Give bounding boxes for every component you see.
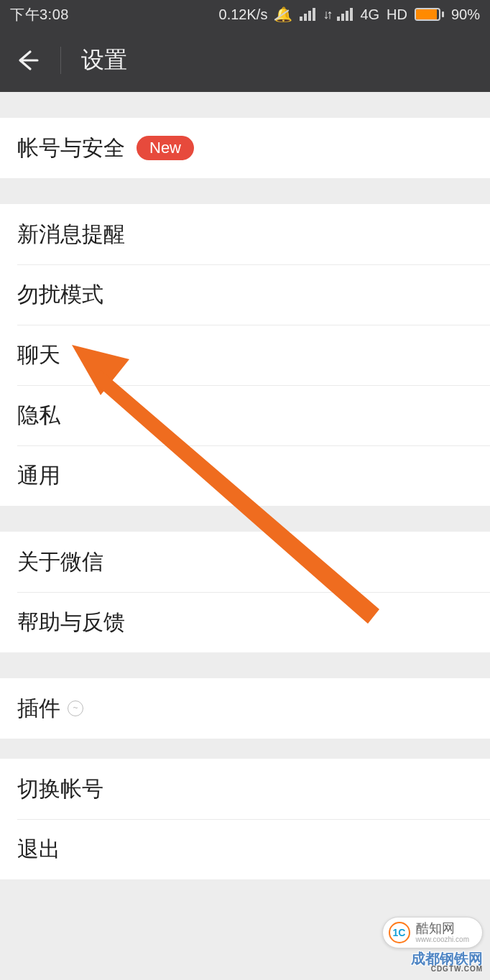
item-label: 聊天 xyxy=(17,341,60,370)
status-bar: 下午3:08 0.12K/s 🔔 ↓↑ 4G HD 90% xyxy=(0,0,490,29)
watermark-cn: 酷知网 xyxy=(416,922,469,935)
section-gap xyxy=(0,652,490,678)
group-about: 关于微信 帮助与反馈 xyxy=(0,532,490,652)
back-arrow-icon xyxy=(16,49,39,72)
data-arrows-icon: ↓↑ xyxy=(323,7,330,22)
header: 设置 xyxy=(0,29,490,92)
item-privacy[interactable]: 隐私 xyxy=(17,385,490,445)
network-type: 4G xyxy=(360,6,379,23)
group-account: 帐号与安全 New xyxy=(0,118,490,178)
group-plugin: 插件 xyxy=(0,678,490,739)
watermark-logo-icon: 1C xyxy=(389,922,410,943)
hd-indicator: HD xyxy=(387,6,407,23)
section-gap xyxy=(0,92,490,118)
header-divider xyxy=(60,47,61,74)
section-gap xyxy=(0,739,490,759)
item-label: 新消息提醒 xyxy=(17,220,125,249)
status-time: 下午3:08 xyxy=(10,5,69,24)
item-label: 关于微信 xyxy=(17,547,103,577)
item-label: 插件 xyxy=(17,694,60,724)
item-help[interactable]: 帮助与反馈 xyxy=(17,592,490,652)
item-label: 通用 xyxy=(17,461,60,491)
item-account-security[interactable]: 帐号与安全 New xyxy=(0,118,490,178)
watermark-second: 成都钢铁网 xyxy=(411,951,483,966)
watermark-coozhi: 1C 酷知网 www.coozhi.com xyxy=(382,917,483,948)
item-label: 帐号与安全 xyxy=(17,134,125,163)
section-gap xyxy=(0,506,490,532)
battery-percent: 90% xyxy=(451,6,480,23)
item-logout[interactable]: 退出 xyxy=(17,819,490,879)
status-right: 0.12K/s 🔔 ↓↑ 4G HD 90% xyxy=(219,6,480,23)
network-speed: 0.12K/s xyxy=(219,6,268,23)
item-label: 勿扰模式 xyxy=(17,280,103,310)
watermark-secondary: 成都钢铁网 CDGTW.COM xyxy=(411,951,483,973)
item-about[interactable]: 关于微信 xyxy=(0,532,490,592)
item-chat[interactable]: 聊天 xyxy=(17,325,490,385)
item-switch-account[interactable]: 切换帐号 xyxy=(0,759,490,819)
signal-icon-2 xyxy=(337,8,353,21)
watermarks: 1C 酷知网 www.coozhi.com 成都钢铁网 CDGTW.COM xyxy=(382,917,483,973)
section-gap xyxy=(0,178,490,204)
item-notifications[interactable]: 新消息提醒 xyxy=(0,204,490,264)
item-label: 切换帐号 xyxy=(17,775,103,804)
item-label: 帮助与反馈 xyxy=(17,608,125,637)
item-dnd[interactable]: 勿扰模式 xyxy=(17,264,490,325)
item-general[interactable]: 通用 xyxy=(17,445,490,506)
item-label: 隐私 xyxy=(17,401,60,430)
bulb-icon xyxy=(68,701,83,716)
item-label: 退出 xyxy=(17,835,60,864)
signal-icon-1 xyxy=(300,8,315,21)
watermark-en: www.coozhi.com xyxy=(416,936,469,943)
page-title: 设置 xyxy=(81,45,127,76)
watermark-second-sub: CDGTW.COM xyxy=(411,966,483,973)
back-button[interactable] xyxy=(14,47,40,73)
group-main: 新消息提醒 勿扰模式 聊天 隐私 通用 xyxy=(0,204,490,506)
group-account-actions: 切换帐号 退出 xyxy=(0,759,490,879)
new-badge: New xyxy=(137,136,194,160)
mute-icon: 🔔 xyxy=(274,6,292,23)
item-plugin[interactable]: 插件 xyxy=(0,678,490,739)
battery-icon xyxy=(415,8,444,21)
